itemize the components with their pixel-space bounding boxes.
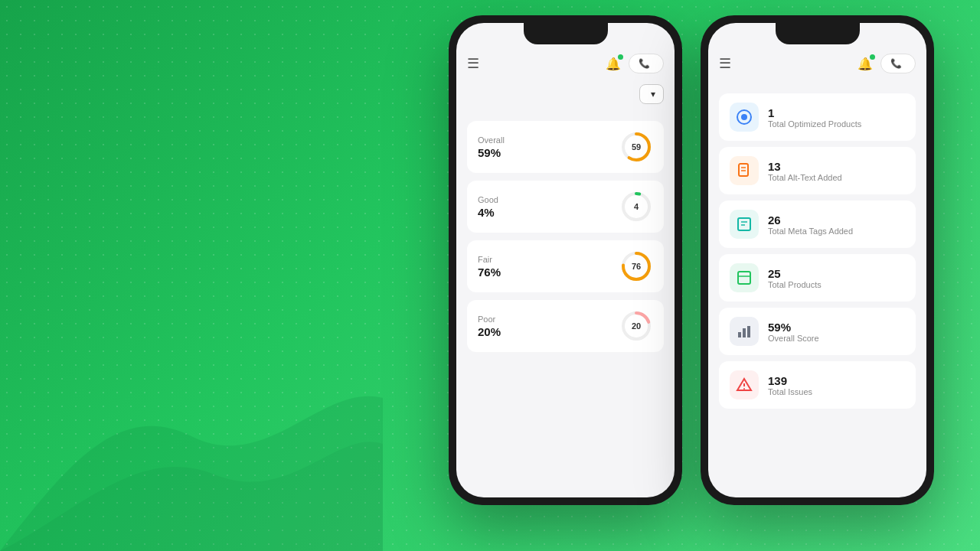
phone2-header: ☰ 🔔 📞 xyxy=(719,51,916,73)
overview-label: Total Issues xyxy=(768,387,812,396)
metric-card: Good4% 4 xyxy=(467,181,664,233)
phone2-header-right: 🔔 📞 xyxy=(858,54,916,73)
bell-icon-2[interactable]: 🔔 xyxy=(858,57,873,71)
metric-cards: Overall59% 59 Good4% 4 Fair76% 76 Poor20… xyxy=(467,121,664,360)
overview-number: 26 xyxy=(768,214,853,227)
overview-label: Total Meta Tags Added xyxy=(768,227,853,236)
talk-seo-btn-1[interactable]: 📞 xyxy=(629,54,664,73)
phone-icon-1: 📞 xyxy=(639,58,650,69)
svg-rect-19 xyxy=(743,328,746,337)
phone1-header: ☰ 🔔 📞 xyxy=(467,51,664,73)
overview-card: 1Total Optimized Products xyxy=(719,93,916,141)
overview-icon xyxy=(730,210,759,239)
menu-icon-2[interactable]: ☰ xyxy=(719,55,731,72)
metric-label: Fair xyxy=(478,255,501,264)
talk-seo-btn-2[interactable]: 📞 xyxy=(880,54,916,73)
overview-icon xyxy=(730,317,759,346)
metric-label: Poor xyxy=(478,315,501,324)
metric-value: 59% xyxy=(478,146,505,159)
overview-card: 26Total Meta Tags Added xyxy=(719,201,916,248)
svg-point-9 xyxy=(741,114,747,120)
phone2-screen: ☰ 🔔 📞 1Total Optimiz xyxy=(708,23,926,497)
metric-card: Fair76% 76 xyxy=(467,240,664,292)
metric-label: Good xyxy=(478,195,498,204)
overview-number: 139 xyxy=(768,374,812,387)
overview-text: 13Total Alt-Text Added xyxy=(768,160,842,182)
circle-number: 59 xyxy=(619,130,653,164)
chevron-down-icon: ▾ xyxy=(651,89,655,99)
overview-icon xyxy=(730,370,759,399)
phone-reports: ☰ 🔔 📞 xyxy=(449,15,682,505)
overview-label: Total Products xyxy=(768,280,822,289)
bell-dot xyxy=(618,54,623,60)
overview-number: 13 xyxy=(768,160,842,173)
overview-card: 139Total Issues xyxy=(719,361,916,409)
circle-number: 20 xyxy=(619,309,653,343)
svg-point-22 xyxy=(743,388,745,390)
circle-progress: 59 xyxy=(619,130,653,164)
svg-rect-18 xyxy=(738,332,741,337)
svg-rect-10 xyxy=(739,164,748,176)
svg-rect-13 xyxy=(738,218,750,230)
circle-progress: 20 xyxy=(619,309,653,343)
overview-cards: 1Total Optimized Products13Total Alt-Tex… xyxy=(719,93,916,415)
metric-card: Overall59% 59 xyxy=(467,121,664,173)
overview-icon xyxy=(730,263,759,292)
metric-text: Fair76% xyxy=(478,255,501,279)
overview-text: 59%Overall Score xyxy=(768,321,819,343)
overview-text: 1Total Optimized Products xyxy=(768,106,861,129)
circle-progress: 4 xyxy=(619,190,653,223)
overview-icon xyxy=(730,103,759,132)
metric-text: Overall59% xyxy=(478,135,505,159)
overview-number: 59% xyxy=(768,321,819,334)
overview-icon xyxy=(730,156,759,185)
circle-progress: 76 xyxy=(619,249,653,283)
metric-value: 4% xyxy=(478,206,498,219)
metric-value: 20% xyxy=(478,325,501,338)
phone1-header-right: 🔔 📞 xyxy=(606,54,664,73)
metric-label: Overall xyxy=(478,135,505,145)
overview-card: 13Total Alt-Text Added xyxy=(719,147,916,194)
overview-number: 1 xyxy=(768,106,861,119)
overview-text: 139Total Issues xyxy=(768,374,812,396)
metric-value: 76% xyxy=(478,266,501,279)
overview-text: 26Total Meta Tags Added xyxy=(768,214,853,236)
svg-rect-16 xyxy=(738,272,750,284)
overview-label: Total Alt-Text Added xyxy=(768,173,842,182)
phone1-screen: ☰ 🔔 📞 xyxy=(456,23,675,497)
phone1-content: ☰ 🔔 📞 xyxy=(456,23,675,497)
phone2-content: ☰ 🔔 📞 1Total Optimiz xyxy=(708,23,926,497)
phones-container: ☰ 🔔 📞 xyxy=(449,15,934,505)
reports-header: ▾ xyxy=(467,84,664,104)
metric-card: Poor20% 20 xyxy=(467,300,664,352)
phone1-notch xyxy=(524,23,608,44)
overview-label: Total Optimized Products xyxy=(768,119,861,129)
svg-rect-20 xyxy=(747,326,750,337)
phone-overview: ☰ 🔔 📞 1Total Optimiz xyxy=(701,15,934,505)
bell-icon[interactable]: 🔔 xyxy=(606,57,621,71)
circle-number: 4 xyxy=(619,190,653,223)
overview-card: 59%Overall Score xyxy=(719,308,916,355)
metric-text: Poor20% xyxy=(478,315,501,338)
overview-card: 25Total Products xyxy=(719,254,916,302)
bell-dot-2 xyxy=(870,54,875,60)
overview-number: 25 xyxy=(768,267,822,280)
phone-icon-2: 📞 xyxy=(890,58,902,69)
metric-text: Good4% xyxy=(478,195,498,219)
circle-number: 76 xyxy=(619,249,653,283)
phone2-notch xyxy=(776,23,860,44)
overview-text: 25Total Products xyxy=(768,267,822,289)
menu-icon[interactable]: ☰ xyxy=(467,55,479,72)
products-dropdown[interactable]: ▾ xyxy=(639,84,664,104)
decorative-wave xyxy=(0,321,383,551)
overview-label: Overall Score xyxy=(768,334,819,343)
